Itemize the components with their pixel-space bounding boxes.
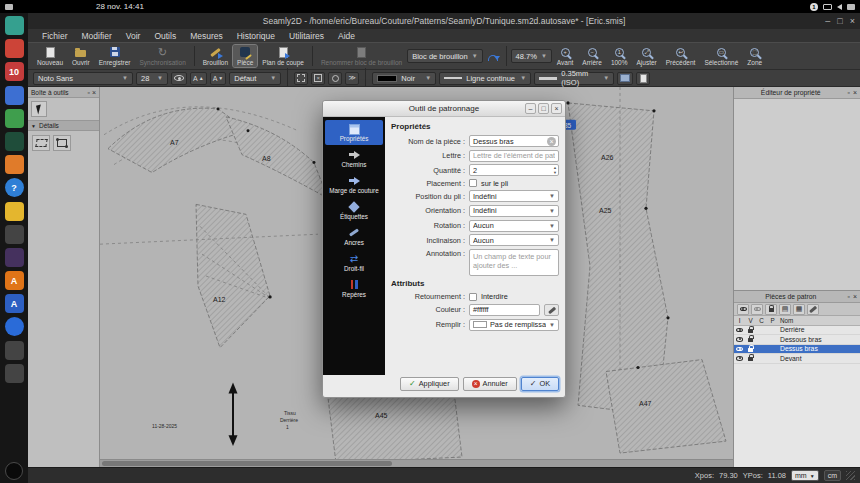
dock-app-gear3[interactable] — [5, 364, 24, 383]
fill-select[interactable]: Pas de remplissage ▼ — [469, 319, 559, 331]
edit-piece-button[interactable] — [807, 304, 819, 315]
line-color-combobox[interactable]: Noir▼ — [372, 72, 436, 85]
dock-app-yellow[interactable] — [5, 202, 24, 221]
volume-icon[interactable] — [837, 4, 842, 10]
select-tool-button[interactable] — [31, 101, 47, 117]
float-panel-icon[interactable]: ▫ — [87, 89, 89, 96]
pattern-piece-a12[interactable] — [196, 204, 270, 347]
save-button[interactable]: Enregistrer — [95, 45, 135, 67]
point-style-combobox[interactable]: Défaut▼ — [229, 72, 281, 85]
grid-view-button[interactable]: ▦ — [793, 304, 805, 315]
close-button[interactable]: × — [850, 16, 855, 26]
piece-mode-button[interactable]: Pièce — [233, 45, 257, 67]
close-panel-icon[interactable]: × — [853, 293, 857, 300]
orientation-select[interactable]: Indéfini▼ — [469, 205, 559, 217]
line-weight-combobox[interactable]: 0.35mm (ISO)▼ — [534, 72, 614, 85]
table-row-devant[interactable]: Devant — [734, 354, 860, 364]
font-decrease-button[interactable]: A▼ — [210, 72, 227, 85]
menu-historique[interactable]: Historique — [231, 31, 281, 41]
dialog-maximize-button[interactable]: □ — [538, 103, 549, 114]
dock-app-purple[interactable] — [5, 248, 24, 267]
show-piece-button[interactable] — [737, 304, 749, 315]
new-button[interactable]: Nouveau — [33, 45, 67, 67]
zoom-level-combobox[interactable]: 48.7%▼ — [511, 49, 552, 63]
sidebar-item-chemins[interactable]: Chemins — [325, 146, 383, 171]
menu-outils[interactable]: Outils — [148, 31, 182, 41]
sidebar-item-droit-fil[interactable]: ⇄ Droit-fil — [325, 250, 383, 275]
shape-circle-button[interactable] — [328, 72, 342, 85]
color-value-field[interactable]: #ffffff — [469, 304, 540, 316]
eye-icon[interactable] — [736, 347, 743, 352]
dock-launcher-icon[interactable] — [5, 462, 23, 480]
zoom-selected-button[interactable]: ▭Sélectionné — [700, 45, 742, 67]
line-style-combobox[interactable]: Ligne continue▼ — [439, 72, 531, 85]
camera-icon[interactable] — [5, 4, 13, 10]
window-titlebar[interactable]: Seamly2D - /home/eric/Bureau/Couture/Pat… — [28, 13, 860, 29]
zoom-in-button[interactable]: +Avant — [553, 45, 578, 67]
table-row-dessous-bras[interactable]: Dessous bras — [734, 335, 860, 345]
dock-app-browser[interactable] — [5, 317, 24, 336]
sidebar-item-reperes[interactable]: Repères — [325, 276, 383, 301]
inclination-select[interactable]: Aucun▼ — [469, 234, 559, 246]
minimize-button[interactable]: – — [825, 16, 830, 26]
dock-app-red[interactable] — [5, 39, 24, 58]
fold-position-select[interactable]: Indéfini▼ — [469, 190, 559, 202]
more-tools-button[interactable]: ≫ — [345, 72, 359, 85]
ok-button[interactable]: ✓OK — [521, 377, 559, 391]
dock-app-calendar[interactable]: 10 — [5, 62, 24, 81]
unit-secondary-button[interactable]: cm — [824, 470, 841, 481]
dialog-close-button[interactable]: × — [551, 103, 562, 114]
sidebar-item-etiquettes[interactable]: Étiquettes — [325, 198, 383, 223]
print-pieces-button[interactable]: ▤ — [779, 304, 791, 315]
redo-button[interactable] — [484, 49, 502, 63]
pattern-piece-a8[interactable] — [226, 117, 328, 199]
dock-app-writer[interactable]: A — [5, 271, 24, 290]
menu-fichier[interactable]: Fichier — [36, 31, 74, 41]
quantity-stepper[interactable]: 2 ▲▼ — [469, 164, 559, 176]
lock-icon[interactable] — [748, 338, 753, 342]
font-increase-button[interactable]: A▲ — [190, 72, 207, 85]
shape-cross-button[interactable]: × — [311, 72, 325, 85]
battery-icon[interactable] — [847, 4, 855, 10]
color-picker-button[interactable] — [544, 304, 559, 316]
dock-app-gear2[interactable] — [5, 341, 24, 360]
open-button[interactable]: Ouvrir — [68, 45, 94, 67]
lock-icon[interactable] — [748, 329, 753, 333]
grainline-arrow[interactable] — [229, 382, 238, 446]
visibility-toggle-button[interactable] — [171, 72, 187, 85]
zoom-fit-button[interactable]: ⤢Ajuster — [633, 45, 661, 67]
dialog-titlebar[interactable]: Outil de patronnage – □ × — [323, 101, 565, 117]
dock-app-seamly2d[interactable] — [5, 16, 24, 35]
cancel-button[interactable]: ×Annuler — [463, 377, 517, 391]
menu-modifier[interactable]: Modifier — [76, 31, 118, 41]
pattern-piece-a47[interactable] — [606, 360, 726, 454]
sidebar-item-marge-de-couture[interactable]: Marge de couture — [325, 172, 383, 197]
draft-block-combobox[interactable]: Bloc de brouillon▼ — [407, 49, 482, 63]
piece-name-field[interactable]: Dessus bras × — [469, 135, 559, 147]
table-row-derriere[interactable]: Derrière — [734, 326, 860, 336]
export-button[interactable] — [636, 72, 650, 85]
close-panel-icon[interactable]: × — [92, 89, 96, 96]
sidebar-item-ancres[interactable]: Ancres — [325, 224, 383, 249]
notification-badge[interactable]: 1 — [810, 3, 818, 11]
rename-draft-block-button[interactable]: Renommer bloc de brouillon — [317, 45, 406, 67]
zoom-100-button[interactable]: 1100% — [607, 45, 632, 67]
unit-combobox[interactable]: mm▼ — [791, 470, 819, 481]
dock-app-orange[interactable] — [5, 155, 24, 174]
eye-icon[interactable] — [736, 337, 743, 342]
sync-button[interactable]: ↻Synchronisation — [136, 45, 190, 67]
annotation-textarea[interactable]: Un champ de texte pour ajouter des ... — [469, 249, 559, 276]
image-tool-button[interactable] — [617, 72, 633, 85]
forbid-flip-checkbox[interactable] — [469, 293, 477, 301]
spinner-arrows-icon[interactable]: ▲▼ — [553, 165, 557, 175]
table-row-dessus-bras[interactable]: Dessus bras — [734, 345, 860, 355]
eye-icon[interactable] — [736, 328, 743, 333]
scrollbar-handle[interactable] — [102, 461, 392, 466]
lock-icon[interactable] — [748, 348, 753, 352]
dock-app-help[interactable]: ? — [5, 178, 24, 197]
lock-icon[interactable] — [748, 357, 753, 361]
clear-field-icon[interactable]: × — [547, 137, 556, 146]
zoom-area-button[interactable]: ⬚Zone — [743, 45, 766, 67]
float-panel-icon[interactable]: ▫ — [847, 293, 849, 300]
rotation-select[interactable]: Aucun▼ — [469, 220, 559, 232]
